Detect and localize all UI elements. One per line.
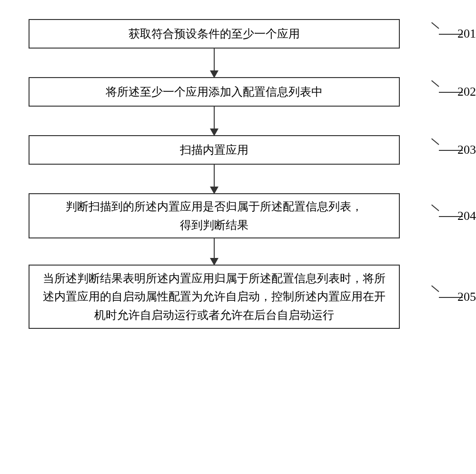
- arrow: [214, 107, 215, 135]
- label-lead-tick: [431, 285, 439, 292]
- step-label: 201: [457, 27, 476, 41]
- step-text: 当所述判断结果表明所述内置应用归属于所述配置信息列表时，将所述内置应用的自启动属…: [39, 269, 389, 324]
- step-box: 将所述至少一个应用添加入配置信息列表中: [29, 77, 400, 107]
- step-3: 扫描内置应用 203: [29, 135, 447, 165]
- step-box: 扫描内置应用: [29, 135, 400, 165]
- flowchart: 获取符合预设条件的至少一个应用 201 将所述至少一个应用添加入配置信息列表中 …: [29, 19, 447, 329]
- step-5: 当所述判断结果表明所述内置应用归属于所述配置信息列表时，将所述内置应用的自启动属…: [29, 265, 447, 329]
- step-text: 判断扫描到的所述内置应用是否归属于所述配置信息列表， 得到判断结果: [66, 198, 363, 234]
- label-lead-tick: [431, 80, 439, 87]
- label-lead-tick: [431, 22, 439, 29]
- step-label: 202: [457, 85, 476, 99]
- arrow: [214, 165, 215, 193]
- step-label: 203: [457, 143, 476, 157]
- step-text: 将所述至少一个应用添加入配置信息列表中: [106, 83, 323, 101]
- label-lead-tick: [431, 138, 439, 145]
- label-lead-tick: [431, 204, 439, 211]
- step-label: 204: [457, 209, 476, 223]
- step-box: 当所述判断结果表明所述内置应用归属于所述配置信息列表时，将所述内置应用的自启动属…: [29, 265, 400, 329]
- step-4: 判断扫描到的所述内置应用是否归属于所述配置信息列表， 得到判断结果 204: [29, 193, 447, 238]
- step-2: 将所述至少一个应用添加入配置信息列表中 202: [29, 77, 447, 107]
- step-text: 扫描内置应用: [180, 141, 248, 159]
- step-1: 获取符合预设条件的至少一个应用 201: [29, 19, 447, 49]
- arrow: [214, 238, 215, 265]
- arrow: [214, 49, 215, 77]
- step-box: 判断扫描到的所述内置应用是否归属于所述配置信息列表， 得到判断结果: [29, 193, 400, 238]
- step-text: 获取符合预设条件的至少一个应用: [129, 25, 300, 43]
- step-label: 205: [457, 290, 476, 304]
- step-box: 获取符合预设条件的至少一个应用: [29, 19, 400, 49]
